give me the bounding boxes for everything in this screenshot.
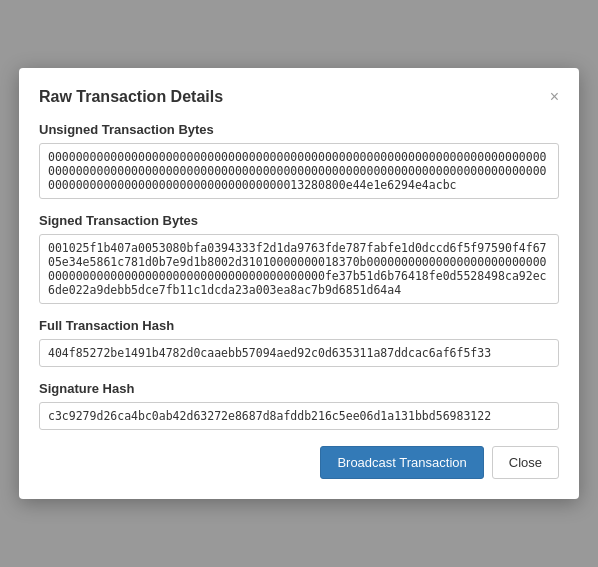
unsigned-bytes-label: Unsigned Transaction Bytes <box>39 122 559 137</box>
sig-hash-label: Signature Hash <box>39 381 559 396</box>
full-hash-section: Full Transaction Hash 404f85272be1491b47… <box>39 318 559 367</box>
modal-footer: Broadcast Transaction Close <box>39 446 559 479</box>
signed-bytes-label: Signed Transaction Bytes <box>39 213 559 228</box>
broadcast-transaction-button[interactable]: Broadcast Transaction <box>320 446 483 479</box>
raw-transaction-modal: Raw Transaction Details × Unsigned Trans… <box>19 68 579 499</box>
modal-title: Raw Transaction Details <box>39 88 223 106</box>
sig-hash-section: Signature Hash c3c9279d26ca4bc0ab42d6327… <box>39 381 559 430</box>
signed-bytes-value[interactable]: 001025f1b407a0053080bfa0394333f2d1da9763… <box>39 234 559 304</box>
signed-bytes-section: Signed Transaction Bytes 001025f1b407a00… <box>39 213 559 304</box>
unsigned-bytes-section: Unsigned Transaction Bytes 0000000000000… <box>39 122 559 199</box>
close-button[interactable]: Close <box>492 446 559 479</box>
full-hash-label: Full Transaction Hash <box>39 318 559 333</box>
modal-header: Raw Transaction Details × <box>39 88 559 106</box>
close-x-button[interactable]: × <box>550 89 559 105</box>
full-hash-value[interactable]: 404f85272be1491b4782d0caaebb57094aed92c0… <box>39 339 559 367</box>
sig-hash-value[interactable]: c3c9279d26ca4bc0ab42d63272e8687d8afddb21… <box>39 402 559 430</box>
unsigned-bytes-value[interactable]: 0000000000000000000000000000000000000000… <box>39 143 559 199</box>
